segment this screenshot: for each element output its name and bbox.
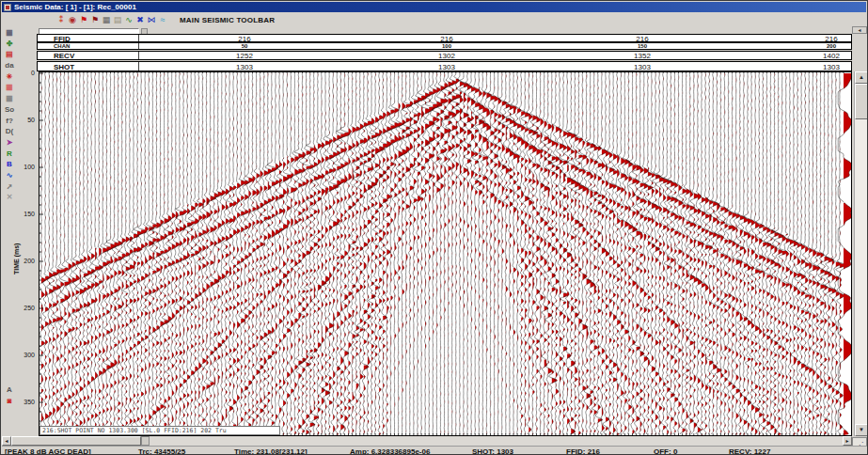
flag-forward-icon[interactable]: ⚑ — [78, 14, 89, 26]
time-tick-label: 300 — [20, 352, 35, 358]
text-so-icon[interactable]: So — [2, 104, 17, 116]
burst-icon[interactable]: ✳ — [2, 71, 17, 83]
time-axis-title: TIME (ms) — [13, 243, 20, 275]
status-recv: RECV: 1227 — [729, 447, 770, 455]
header-value: 1402 — [823, 52, 840, 60]
play-arrow-icon[interactable]: ➤ — [2, 137, 17, 149]
a-mini-icon[interactable]: A — [2, 384, 17, 396]
rb-mini-icon[interactable]: ◙ — [2, 396, 17, 407]
header-value: 216 — [636, 34, 648, 42]
time-tick-label: 0 — [20, 70, 35, 76]
header-value: 1303 — [236, 62, 253, 71]
green-chart-icon[interactable]: ∿ — [123, 14, 134, 26]
text-fq-icon[interactable]: f? — [2, 116, 17, 127]
time-tick-label: 250 — [20, 305, 35, 311]
status-gain: [PEAK 8 dB AGC DEAD] — [5, 447, 91, 455]
scroll-up-icon[interactable]: ▲ — [855, 71, 868, 84]
scroll-down-icon[interactable]: ▼ — [855, 424, 868, 436]
header-row-shot: SHOT 1303 1303 1303 1303 — [37, 61, 852, 71]
header-value: 216 — [440, 34, 452, 42]
grid-view-icon[interactable]: ▦ — [101, 14, 112, 26]
status-shot: SHOT: 1303 — [472, 447, 513, 455]
header-separator — [138, 52, 139, 59]
header-value: 1302 — [438, 52, 455, 60]
header-value: 216 — [825, 34, 837, 42]
brackets-icon[interactable]: D( — [2, 126, 17, 137]
header-value: 216 — [238, 34, 250, 42]
vertical-scroll-thumb[interactable] — [855, 84, 868, 119]
left-toolbar: ▦✤▤da✳▦▦Sof?D(➤RB∿➚✕ — [1, 27, 18, 437]
pink-grid-icon[interactable]: ▦ — [2, 82, 17, 93]
time-tick-label: 350 — [20, 399, 35, 405]
header-value: 1252 — [236, 52, 253, 60]
toolbar-icons: ⁑◉⚑⚑▦▤∿✖⋈≈ — [55, 14, 168, 26]
horizontal-scrollbar[interactable]: ◄ ► — [2, 436, 852, 446]
scroll-left-icon[interactable]: ◄ — [2, 436, 11, 446]
header-value: 1352 — [634, 52, 651, 60]
shot-marks-icon[interactable]: ⁑ — [55, 14, 67, 26]
time-tick-label: 100 — [20, 164, 35, 170]
header-scroll-arrow-icon[interactable]: ◄ — [852, 26, 867, 34]
curve-tool-icon[interactable]: ∿ — [2, 170, 17, 181]
time-tick-label: 150 — [20, 211, 35, 217]
horizontal-scroll-thumb[interactable] — [11, 436, 141, 446]
window-grid-icon[interactable]: ▦ — [2, 27, 17, 39]
header-value: 1303 — [823, 62, 840, 71]
status-time: Time: 231.08[231.12] — [234, 447, 308, 455]
header-separator — [138, 35, 139, 41]
header-value: 50 — [242, 43, 248, 49]
wave-icon[interactable]: ≈ — [157, 14, 168, 26]
header-value: 150 — [638, 43, 647, 49]
header-label: FFID — [54, 34, 71, 42]
toolbar-title: MAIN SEISMIC TOOLBAR — [180, 16, 275, 24]
close-x-icon[interactable]: ✕ — [2, 192, 17, 203]
time-tick-label: 200 — [20, 258, 35, 264]
main-toolbar: ⁑◉⚑⚑▦▤∿✖⋈≈ MAIN SEISMIC TOOLBAR — [2, 12, 866, 27]
r-tool-icon[interactable]: R — [2, 149, 17, 160]
header-row-ffid: FFID 216 216 216 216 — [37, 34, 852, 42]
rgb-bars-icon[interactable]: ▤ — [2, 49, 17, 60]
compare-icon[interactable]: ⋈ — [146, 14, 157, 26]
stamp-icon[interactable]: ▤ — [112, 14, 123, 26]
title-bar: Seismic Data: [ 1] - [1]: Rec_00001 — [2, 2, 866, 12]
vertical-scrollbar[interactable]: ▲ ▼ — [854, 71, 868, 436]
flag-back-icon[interactable]: ⚑ — [89, 14, 101, 26]
text-da-icon[interactable]: da — [2, 60, 17, 71]
status-offset: OFF: 0 — [654, 447, 677, 455]
shot-annotation: 216:SHOT POINT NO 1303.300 [SL.0 FFID:21… — [39, 426, 280, 435]
time-tick-label: 50 — [20, 117, 35, 123]
header-label: CHAN — [54, 43, 70, 49]
header-value: 100 — [442, 43, 451, 49]
window-title: Seismic Data: [ 1] - [1]: Rec_00001 — [14, 3, 136, 11]
seismic-display[interactable] — [39, 71, 852, 436]
header-value: 1303 — [634, 62, 651, 71]
cursor-tool-icon[interactable]: ➚ — [2, 181, 17, 193]
status-trace: Trc: 43455/25 — [138, 447, 185, 455]
seismic-app-window: Seismic Data: [ 1] - [1]: Rec_00001 ⁑◉⚑⚑… — [0, 0, 868, 455]
delete-x-icon[interactable]: ✖ — [134, 14, 146, 26]
header-row-recv: RECV 1252 1302 1352 1402 — [37, 51, 852, 60]
header-separator — [138, 62, 139, 71]
picks-icon[interactable]: ✤ — [2, 39, 17, 50]
header-label: SHOT — [54, 62, 74, 71]
left-toolbar-bottom: A◙ — [1, 384, 18, 406]
view-target-icon[interactable]: ◉ — [67, 14, 78, 26]
status-amp: Amp: 6.328336895e-06 — [350, 447, 430, 455]
scrollbar-divider[interactable] — [141, 436, 150, 446]
header-separator — [138, 43, 139, 49]
header-row-chan: CHAN 50 100 150 200 — [37, 42, 852, 50]
header-label: RECV — [54, 52, 74, 60]
b-tool-icon[interactable]: B — [2, 159, 17, 170]
header-value: 200 — [827, 43, 836, 49]
table-icon[interactable]: ▦ — [2, 93, 17, 104]
status-ffid: FFID: 216 — [566, 447, 600, 455]
header-value: 1303 — [438, 62, 455, 71]
scroll-right-icon[interactable]: ► — [843, 436, 852, 446]
status-bar: [PEAK 8 dB AGC DEAD] Trc: 43455/25 Time:… — [2, 446, 868, 455]
app-icon — [4, 4, 11, 11]
